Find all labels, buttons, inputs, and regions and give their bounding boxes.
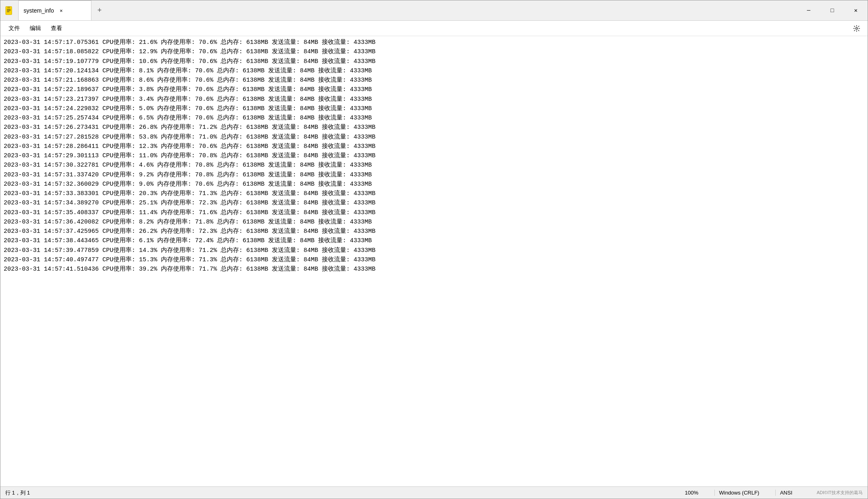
log-line: 2023-03-31 14:57:24.229832 CPU使用率: 5.0% … xyxy=(4,104,864,113)
status-line-ending: Windows (CRLF) xyxy=(714,490,763,496)
log-line: 2023-03-31 14:57:37.425965 CPU使用率: 26.2%… xyxy=(4,227,864,236)
log-line: 2023-03-31 14:57:19.107779 CPU使用率: 10.6%… xyxy=(4,57,864,66)
log-line: 2023-03-31 14:57:30.322781 CPU使用率: 4.6% … xyxy=(4,161,864,170)
settings-button[interactable] xyxy=(849,22,864,35)
log-line: 2023-03-31 14:57:18.085822 CPU使用率: 12.9%… xyxy=(4,47,864,56)
notepad-icon xyxy=(4,6,14,15)
tab-close-button[interactable]: ✕ xyxy=(57,7,65,15)
log-line: 2023-03-31 14:57:36.420082 CPU使用率: 8.2% … xyxy=(4,217,864,227)
svg-point-5 xyxy=(856,27,858,29)
log-line: 2023-03-31 14:57:31.337420 CPU使用率: 9.2% … xyxy=(4,170,864,180)
log-line: 2023-03-31 14:57:22.189637 CPU使用率: 3.8% … xyxy=(4,85,864,94)
gear-icon xyxy=(853,25,860,32)
menu-bar: 文件 编辑 查看 xyxy=(0,21,868,36)
menu-view[interactable]: 查看 xyxy=(46,23,67,34)
cursor-position: 行 1，列 1 xyxy=(5,490,30,496)
status-bar: 行 1，列 1 100% Windows (CRLF) ANSI ADI©IT技… xyxy=(0,486,868,499)
log-line: 2023-03-31 14:57:21.168863 CPU使用率: 8.6% … xyxy=(4,76,864,85)
status-encoding: ANSI xyxy=(775,490,796,496)
log-line: 2023-03-31 14:57:20.124134 CPU使用率: 8.1% … xyxy=(4,66,864,76)
window-controls: ─ □ ✕ xyxy=(797,0,868,20)
status-zoom: 100% xyxy=(681,490,702,496)
title-bar: system_info ✕ + ─ □ ✕ xyxy=(0,0,868,21)
minimize-button[interactable]: ─ xyxy=(797,0,820,20)
log-line: 2023-03-31 14:57:17.075361 CPU使用率: 21.6%… xyxy=(4,38,864,47)
log-line: 2023-03-31 14:57:32.360029 CPU使用率: 9.0% … xyxy=(4,180,864,189)
status-position: 行 1，列 1 xyxy=(5,489,681,497)
svg-rect-1 xyxy=(7,7,10,8)
maximize-button[interactable]: □ xyxy=(820,0,844,20)
log-line: 2023-03-31 14:57:41.510436 CPU使用率: 39.2%… xyxy=(4,265,864,274)
main-window: system_info ✕ + ─ □ ✕ 文件 编辑 查看 2023-03-3… xyxy=(0,0,868,499)
log-line: 2023-03-31 14:57:23.217397 CPU使用率: 3.4% … xyxy=(4,95,864,104)
tab-title: system_info xyxy=(24,7,54,14)
new-tab-button[interactable]: + xyxy=(91,0,108,20)
log-line: 2023-03-31 14:57:33.383301 CPU使用率: 20.3%… xyxy=(4,189,864,198)
menu-edit[interactable]: 编辑 xyxy=(25,23,46,34)
close-button[interactable]: ✕ xyxy=(844,0,868,20)
active-tab[interactable]: system_info ✕ xyxy=(18,0,91,20)
status-right-area: 100% Windows (CRLF) ANSI ADI©IT技术支持的葛马 xyxy=(681,490,863,496)
log-line: 2023-03-31 14:57:28.286411 CPU使用率: 12.3%… xyxy=(4,142,864,151)
log-line: 2023-03-31 14:57:29.301113 CPU使用率: 11.0%… xyxy=(4,151,864,161)
watermark-text: ADI©IT技术支持的葛马 xyxy=(817,490,863,496)
log-line: 2023-03-31 14:57:26.273431 CPU使用率: 26.8%… xyxy=(4,123,864,132)
log-line: 2023-03-31 14:57:39.477859 CPU使用率: 14.3%… xyxy=(4,246,864,255)
log-line: 2023-03-31 14:57:34.389270 CPU使用率: 25.1%… xyxy=(4,198,864,208)
log-line: 2023-03-31 14:57:27.281528 CPU使用率: 53.8%… xyxy=(4,132,864,142)
log-line: 2023-03-31 14:57:25.257434 CPU使用率: 6.5% … xyxy=(4,113,864,123)
content-area[interactable]: 2023-03-31 14:57:17.075361 CPU使用率: 21.6%… xyxy=(0,36,868,486)
tab-area: system_info ✕ + xyxy=(0,0,797,20)
app-icon xyxy=(0,0,18,20)
log-line: 2023-03-31 14:57:38.443465 CPU使用率: 6.1% … xyxy=(4,236,864,245)
log-line: 2023-03-31 14:57:35.408337 CPU使用率: 11.4%… xyxy=(4,208,864,217)
log-line: 2023-03-31 14:57:40.497477 CPU使用率: 15.3%… xyxy=(4,255,864,265)
menu-file[interactable]: 文件 xyxy=(4,23,25,34)
